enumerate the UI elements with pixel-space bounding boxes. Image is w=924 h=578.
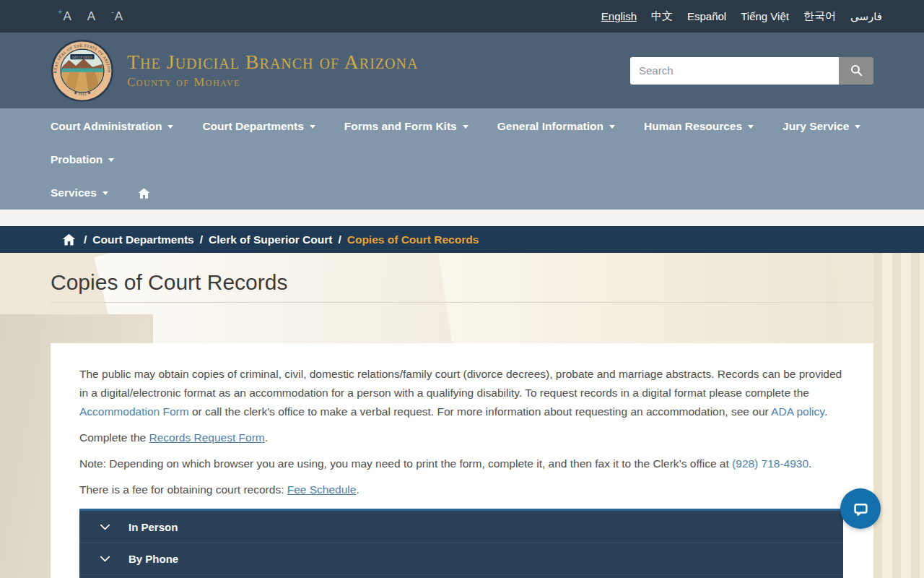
breadcrumb-separator: / (200, 233, 203, 246)
title-divider (51, 302, 873, 303)
accordion-item-by-phone[interactable]: By Phone (79, 543, 843, 574)
accessibility-bar: +A A -A English 中文 Español Tiếng Việt 한국… (0, 0, 924, 33)
nav-label: Court Administration (51, 120, 162, 133)
chevron-down-icon (99, 553, 111, 565)
paragraph-text: Complete the (79, 431, 149, 444)
background-photo (873, 253, 924, 578)
paragraph-text: . (265, 431, 268, 444)
font-increase-label: A (63, 10, 71, 22)
home-icon (61, 232, 77, 247)
main-content-card: The public may obtain copies of criminal… (51, 343, 873, 578)
accordion-item-in-person[interactable]: In Person (79, 511, 843, 543)
breadcrumb-separator: / (84, 233, 87, 246)
fee-paragraph: There is a fee for obtaining court recor… (79, 480, 845, 499)
nav-item-services[interactable]: Services (51, 176, 108, 210)
nav-item-human-resources[interactable]: Human Resources (644, 110, 754, 143)
breadcrumb-home-link[interactable] (61, 232, 77, 247)
paragraph-text: Note: Depending on which browser you are… (79, 457, 732, 470)
search-button[interactable] (839, 57, 873, 85)
site-title: The Judicial Branch of Arizona (127, 51, 418, 74)
divider-strip (0, 210, 924, 226)
breadcrumb-separator: / (338, 233, 341, 246)
chevron-down-icon (748, 125, 754, 129)
paragraph-text: There is a fee for obtaining court recor… (79, 483, 287, 496)
minus-icon: - (111, 8, 114, 16)
language-link-farsi[interactable]: فارسی (850, 10, 882, 23)
font-size-controls: +A A -A (58, 10, 123, 22)
nav-item-jury-service[interactable]: Jury Service (783, 110, 860, 143)
font-decrease-label: A (115, 10, 123, 22)
font-increase-button[interactable]: +A (58, 10, 71, 22)
nav-item-forms-and-form-kits[interactable]: Forms and Form Kits (344, 110, 468, 143)
chat-bubble-icon (851, 499, 871, 519)
nav-label: General Information (497, 120, 603, 133)
font-decrease-button[interactable]: -A (111, 10, 123, 22)
nav-label: Services (51, 186, 97, 199)
accommodation-form-link[interactable]: Accommodation Form (79, 405, 189, 418)
language-switcher: English 中文 Español Tiếng Việt 한국어 فارسی (601, 9, 882, 23)
records-options-accordion: In Person By Phone By Fax (79, 509, 843, 578)
breadcrumb: / Court Departments / Clerk of Superior … (0, 226, 924, 253)
search-input[interactable] (630, 57, 839, 85)
home-icon (137, 186, 151, 200)
chevron-down-icon (167, 125, 173, 129)
accordion-item-label: By Phone (128, 553, 178, 565)
site-search (630, 57, 873, 85)
language-link-vietnamese[interactable]: Tiếng Việt (741, 10, 789, 22)
records-request-form-link[interactable]: Records Request Form (149, 431, 265, 444)
nav-label: Probation (51, 153, 103, 166)
chevron-down-icon (99, 521, 111, 533)
nav-label: Human Resources (644, 120, 742, 133)
arizona-state-seal: DITAT DEUS GREAT SEAL OF THE STATE OF AR… (51, 39, 114, 103)
chevron-down-icon (463, 125, 468, 129)
accordion-item-label: In Person (128, 521, 178, 533)
search-icon (850, 64, 863, 77)
live-chat-button[interactable] (840, 488, 881, 529)
font-normal-label: A (87, 10, 95, 22)
intro-paragraph: The public may obtain copies of criminal… (79, 365, 845, 421)
breadcrumb-link-clerk-of-superior-court[interactable]: Clerk of Superior Court (209, 233, 332, 246)
page-title: Copies of Court Records (51, 270, 287, 295)
nav-label: Jury Service (783, 120, 849, 133)
paragraph-text: . (824, 405, 827, 418)
language-link-chinese[interactable]: 中文 (651, 9, 673, 23)
accordion-item-by-fax[interactable]: By Fax (79, 574, 843, 578)
language-link-spanish[interactable]: Español (687, 10, 726, 22)
chevron-down-icon (108, 158, 114, 162)
main-navigation: Court Administration Court Departments F… (0, 108, 924, 210)
plus-icon: + (58, 8, 62, 16)
paragraph-text: or call the clerk's office to make a ver… (189, 405, 772, 418)
nav-item-general-information[interactable]: General Information (497, 110, 615, 143)
content-area: Copies of Court Records The public may o… (0, 253, 924, 578)
nav-item-court-administration[interactable]: Court Administration (51, 110, 173, 143)
records-request-paragraph: Complete the Records Request Form. (79, 428, 845, 447)
site-subtitle: County of Mohave (127, 75, 418, 90)
nav-item-court-departments[interactable]: Court Departments (202, 110, 315, 143)
ada-policy-link[interactable]: ADA policy (771, 405, 824, 418)
chevron-down-icon (310, 125, 315, 129)
language-link-english[interactable]: English (601, 10, 637, 22)
nav-label: Forms and Form Kits (344, 120, 457, 133)
paragraph-text: . (808, 457, 811, 470)
chevron-down-icon (609, 125, 615, 129)
breadcrumb-link-court-departments[interactable]: Court Departments (92, 233, 193, 246)
paragraph-text: . (356, 483, 359, 496)
font-normal-button[interactable]: A (87, 10, 95, 22)
chevron-down-icon (103, 191, 108, 195)
fax-note-paragraph: Note: Depending on which browser you are… (79, 454, 845, 473)
fee-schedule-link[interactable]: Fee Schedule (287, 483, 357, 496)
nav-label: Court Departments (202, 120, 303, 133)
chevron-down-icon (855, 125, 860, 129)
nav-home-link[interactable] (137, 176, 151, 210)
breadcrumb-current-page: Copies of Court Records (347, 233, 479, 246)
site-header: DITAT DEUS GREAT SEAL OF THE STATE OF AR… (0, 33, 924, 108)
paragraph-text: The public may obtain copies of criminal… (79, 368, 842, 399)
seal-motto-text: DITAT DEUS (72, 55, 92, 59)
language-link-korean[interactable]: 한국어 (803, 9, 836, 23)
nav-item-probation[interactable]: Probation (51, 143, 114, 176)
site-title-block: The Judicial Branch of Arizona County of… (127, 51, 418, 90)
clerk-fax-phone-link[interactable]: (928) 718-4930 (732, 457, 808, 470)
